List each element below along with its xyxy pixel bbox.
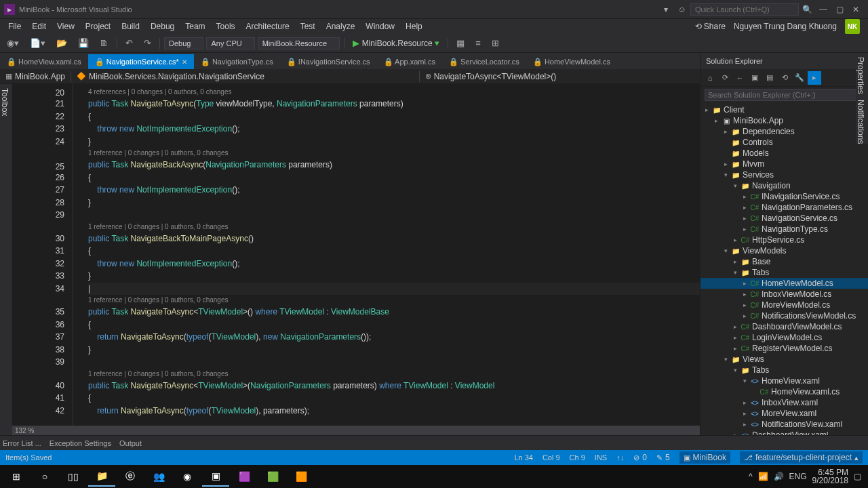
tab-app-xaml-cs[interactable]: 🔒 App.xaml.cs [377, 54, 442, 69]
tray-network-icon[interactable]: 📶 [758, 472, 768, 481]
sol-home-icon[interactable]: ⌂ [703, 71, 717, 85]
tray-lang[interactable]: ENG [789, 472, 807, 481]
tree-item[interactable]: ▸<>DashboardView.xaml [701, 430, 868, 435]
app-icon-2[interactable]: 🟩 [259, 466, 286, 487]
status-project[interactable]: ▣ MiniBook [679, 451, 730, 464]
code-editor[interactable]: Toolbox 20212223242526272829303132333435… [0, 84, 700, 426]
tb-icon-3[interactable]: ⊞ [488, 36, 503, 50]
tb-icon-1[interactable]: ▦ [452, 36, 469, 50]
tree-item[interactable]: ▸C#NavigationType.cs [701, 224, 868, 235]
app-icon-3[interactable]: 🟧 [288, 466, 315, 487]
tab-homeviewmodel-cs[interactable]: 🔒 HomeViewModel.cs [526, 54, 617, 69]
tree-item[interactable]: ▸C#NavigationParameters.cs [701, 202, 868, 213]
menu-help[interactable]: Help [400, 20, 428, 33]
app-icon-1[interactable]: 🟪 [231, 466, 258, 487]
tree-item[interactable]: ▸📁Dependencies [701, 126, 868, 137]
tree-item[interactable]: ▸▣MiniBook.App [701, 115, 868, 126]
teams-icon[interactable]: 👥 [145, 466, 172, 487]
tray-chevron-icon[interactable]: ^ [749, 472, 753, 481]
sol-show-icon[interactable]: ▤ [763, 71, 776, 85]
tree-item[interactable]: ▸C#INavigationService.cs [701, 191, 868, 202]
new-button[interactable]: 📄▾ [26, 36, 50, 50]
bottom-tab[interactable]: Output [119, 439, 142, 447]
menu-architecture[interactable]: Architecture [241, 20, 295, 33]
menu-project[interactable]: Project [80, 20, 116, 33]
status-errors[interactable]: ⊘ 0 [633, 453, 647, 462]
save-all-button[interactable]: 🗎 [96, 36, 113, 50]
tree-item[interactable]: ▸📁Client [701, 104, 868, 115]
save-button[interactable]: 💾 [74, 36, 93, 50]
sol-preview-icon[interactable]: ▸ [808, 71, 821, 85]
toolbox-tab[interactable]: Toolbox [0, 84, 12, 426]
tab-servicelocator-cs[interactable]: 🔒 ServiceLocator.cs [442, 54, 526, 69]
tb-icon-2[interactable]: ≡ [471, 36, 485, 50]
zoom-level[interactable]: 132 % [12, 427, 37, 434]
menu-debug[interactable]: Debug [145, 20, 180, 33]
tree-item[interactable]: ▾📁Navigation [701, 180, 868, 191]
tree-item[interactable]: ▸C#InboxViewModel.cs [701, 289, 868, 300]
config-dropdown[interactable]: Debug [164, 37, 203, 49]
tree-item[interactable]: C#HomeView.xaml.cs [701, 386, 868, 397]
menu-view[interactable]: View [52, 20, 80, 33]
tree-item[interactable]: ▸<>MoreView.xaml [701, 408, 868, 419]
tree-item[interactable]: ▾📁Views [701, 354, 868, 365]
tree-item[interactable]: ▾📁Tabs [701, 267, 868, 278]
project-context[interactable]: ▦ MiniBook.App [0, 70, 71, 83]
back-button[interactable]: ◉▾ [3, 36, 23, 50]
status-edits[interactable]: ✎ 5 [656, 453, 670, 462]
sol-sync-icon[interactable]: ⟳ [718, 71, 732, 85]
explorer-icon[interactable]: 📁 [88, 466, 115, 487]
tray-sound-icon[interactable]: 🔊 [774, 472, 784, 481]
tree-item[interactable]: ▸C#NavigationService.cs [701, 213, 868, 224]
class-context[interactable]: 🔶 MiniBook.Services.Navigation.Navigatio… [71, 70, 419, 83]
properties-tab[interactable]: Properties Notifications [856, 53, 868, 144]
tree-item[interactable]: ▾<>HomeView.xaml [701, 375, 868, 386]
tray-clock[interactable]: 6:45 PM9/20/2018 [812, 468, 848, 485]
menu-test[interactable]: Test [295, 20, 321, 33]
tray-notifications-icon[interactable]: ▢ [854, 472, 861, 481]
tree-item[interactable]: ▸<>NotificationsView.xaml [701, 419, 868, 430]
sol-collapse-icon[interactable]: ▣ [748, 71, 762, 85]
tab-navigationservice-cs-[interactable]: 🔒 NavigationService.cs* ✕ [88, 54, 194, 69]
start-button[interactable]: ⊞ [3, 466, 30, 487]
open-button[interactable]: 📂 [52, 36, 71, 50]
bottom-tab[interactable]: Exception Settings [50, 439, 111, 447]
sol-props-icon[interactable]: 🔧 [793, 71, 806, 85]
user-name[interactable]: Nguyen Trung Dang Khuong [734, 22, 837, 31]
feedback-icon[interactable]: ☺ [674, 1, 690, 18]
redo-button[interactable]: ↷ [140, 36, 155, 50]
close-icon[interactable]: ✕ [848, 1, 864, 18]
search-icon[interactable]: 🔍 [799, 1, 815, 18]
menu-file[interactable]: File [3, 20, 26, 33]
tree-item[interactable]: ▸C#HttpService.cs [701, 235, 868, 245]
quick-launch-input[interactable] [690, 3, 799, 16]
notification-icon[interactable]: ▾ [658, 1, 674, 18]
user-avatar[interactable]: NK [845, 19, 860, 34]
sol-back-icon[interactable]: ← [733, 71, 747, 85]
tree-item[interactable]: 📁Models [701, 148, 868, 159]
status-branch[interactable]: ⎇ feature/setup-client-project ▴ [740, 451, 863, 464]
tree-item[interactable]: 📁Controls [701, 137, 868, 148]
tree-item[interactable]: ▾📁Services [701, 169, 868, 180]
tree-item[interactable]: ▸C#NotificationsViewModel.cs [701, 310, 868, 321]
tree-item[interactable]: ▾📁ViewModels [701, 245, 868, 256]
sol-refresh-icon[interactable]: ⟲ [778, 71, 791, 85]
undo-button[interactable]: ↶ [121, 36, 137, 50]
tab-homeview-xaml-cs[interactable]: 🔒 HomeView.xaml.cs [0, 54, 88, 69]
tab-inavigationservice-cs[interactable]: 🔒 INavigationService.cs [280, 54, 377, 69]
bottom-tab[interactable]: Error List ... [3, 439, 41, 447]
menu-edit[interactable]: Edit [26, 20, 52, 33]
menu-tools[interactable]: Tools [211, 20, 241, 33]
status-source-control-icon[interactable]: ↑↓ [616, 453, 624, 462]
task-view-icon[interactable]: ▯▯ [60, 466, 87, 487]
platform-dropdown[interactable]: Any CPU [206, 37, 254, 49]
tree-item[interactable]: ▸C#DashboardViewModel.cs [701, 321, 868, 332]
tab-navigationtype-cs[interactable]: 🔒 NavigationType.cs [194, 54, 280, 69]
tree-item[interactable]: ▸📁Base [701, 256, 868, 267]
member-context[interactable]: ⊗ NavigateToAsync<TViewModel>() [420, 70, 700, 83]
tree-item[interactable]: ▸C#HomeViewModel.cs [701, 278, 868, 289]
maximize-icon[interactable]: ▢ [831, 1, 848, 18]
edge-icon[interactable]: ⓔ [117, 466, 144, 487]
tree-item[interactable]: ▸C#RegisterViewModel.cs [701, 343, 868, 354]
menu-team[interactable]: Team [180, 20, 210, 33]
